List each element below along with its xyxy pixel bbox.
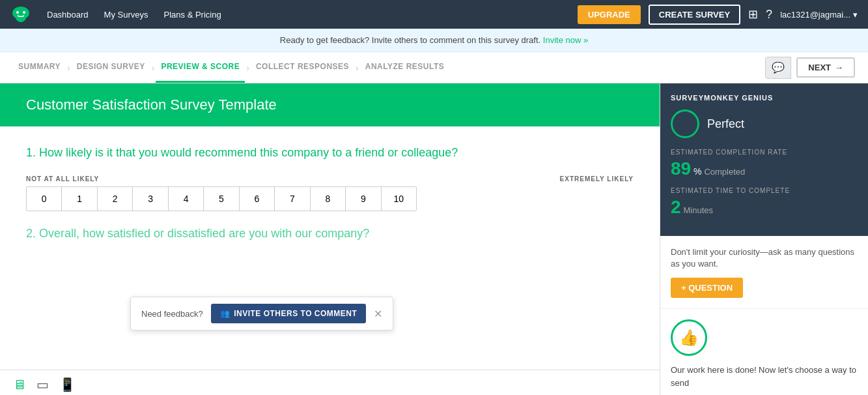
right-bottom-text: Our work here is done! Now let's choose … xyxy=(671,364,858,389)
minutes-text: Minutes xyxy=(683,205,713,215)
scale-cell-5[interactable]: 5 xyxy=(204,187,239,211)
scale-labels: NOT AT ALL LIKELY EXTREMELY LIKELY xyxy=(26,175,634,183)
question-2-label: 2. Overall, how satisfied or dissatisfie… xyxy=(26,227,634,241)
survey-title: Customer Satisfaction Survey Template xyxy=(26,96,634,113)
banner-ready-text: Ready to get feedback? xyxy=(280,35,369,45)
feedback-label: Need feedback? xyxy=(141,309,203,319)
main-layout: Customer Satisfaction Survey Template 1.… xyxy=(0,83,868,395)
score-circle xyxy=(671,110,699,138)
scale-cell-3[interactable]: 3 xyxy=(133,187,168,211)
device-bar: 🖥 ▭ 📱 xyxy=(0,370,660,395)
feedback-popup: Need feedback? 👥 INVITE OTHERS TO COMMEN… xyxy=(130,297,393,330)
scale-min-label: NOT AT ALL LIKELY xyxy=(26,175,99,183)
right-panel: SURVEYMONKEY GENIUS Perfect ESTIMATED CO… xyxy=(660,83,868,395)
user-menu[interactable]: lac1321@jagmai... ▾ xyxy=(780,10,858,20)
close-feedback-popup[interactable]: ✕ xyxy=(374,308,382,320)
genius-title: SURVEYMONKEY GENIUS xyxy=(671,94,858,102)
time-value: 2 Minutes xyxy=(671,197,858,218)
invite-button-label: INVITE OTHERS TO COMMENT xyxy=(234,309,357,318)
nav-my-surveys[interactable]: My Surveys xyxy=(104,10,148,20)
completion-rate-stat: ESTIMATED COMPLETION RATE 89 % Completed xyxy=(671,149,858,179)
svg-point-2 xyxy=(23,11,25,14)
scale-cell-10[interactable]: 10 xyxy=(382,187,416,211)
scale-cell-1[interactable]: 1 xyxy=(62,187,97,211)
comment-toggle-button[interactable]: 💬 xyxy=(765,57,791,79)
completion-rate-title: ESTIMATED COMPLETION RATE xyxy=(671,149,858,156)
scale-cell-8[interactable]: 8 xyxy=(311,187,346,211)
breadcrumb-collect-responses[interactable]: COLLECT RESPONSES xyxy=(251,52,354,83)
breadcrumb-design-survey[interactable]: DESIGN SURVEY xyxy=(72,52,150,83)
survey-content: 1. How likely is it that you would recom… xyxy=(0,126,660,370)
breadcrumb-nav: SUMMARY › DESIGN SURVEY › PREVIEW & SCOR… xyxy=(0,52,868,83)
breadcrumb-actions: 💬 NEXT → xyxy=(765,57,855,79)
top-navigation: Dashboard My Surveys Plans & Pricing UPG… xyxy=(0,0,868,29)
scale-max-label: EXTREMELY LIKELY xyxy=(560,175,634,183)
desktop-icon[interactable]: 🖥 xyxy=(13,377,26,392)
score-label: Perfect xyxy=(707,117,744,131)
right-bottom: 👍 Our work here is done! Now let's choos… xyxy=(660,309,868,395)
invite-icon: 👥 xyxy=(220,309,231,318)
time-stat: ESTIMATED TIME TO COMPLETE 2 Minutes xyxy=(671,187,858,218)
scale-cell-6[interactable]: 6 xyxy=(240,187,275,211)
breadcrumb-preview-score[interactable]: PREVIEW & SCORE xyxy=(156,52,245,83)
time-number: 2 xyxy=(671,197,681,217)
banner-invite-link[interactable]: Invite now » xyxy=(543,35,588,45)
survey-area: Customer Satisfaction Survey Template 1.… xyxy=(0,83,660,395)
tip-text: Don't limit your curiosity—ask as many q… xyxy=(671,246,858,270)
breadcrumb-arrow-3: › xyxy=(246,63,249,73)
invite-others-button[interactable]: 👥 INVITE OTHERS TO COMMENT xyxy=(211,304,367,323)
scale-cell-9[interactable]: 9 xyxy=(346,187,381,211)
scale-row: 012345678910 xyxy=(26,186,417,211)
banner-invite-text: Invite others to comment on this survey … xyxy=(372,35,540,45)
genius-panel: SURVEYMONKEY GENIUS Perfect ESTIMATED CO… xyxy=(660,83,868,236)
completion-rate-unit: % xyxy=(693,166,701,177)
completed-text: Completed xyxy=(704,167,745,177)
thumbs-up-icon: 👍 xyxy=(671,319,707,356)
survey-header: Customer Satisfaction Survey Template xyxy=(0,83,660,126)
breadcrumb-analyze-results[interactable]: ANALYZE RESULTS xyxy=(360,52,450,83)
tip-panel: Don't limit your curiosity—ask as many q… xyxy=(660,236,868,309)
nav-plans-pricing[interactable]: Plans & Pricing xyxy=(164,10,221,20)
scale-cell-2[interactable]: 2 xyxy=(98,187,133,211)
logo[interactable] xyxy=(10,4,31,25)
nav-actions: UPGRADE CREATE SURVEY ⊞ ? lac1321@jagmai… xyxy=(578,5,858,25)
scale-cell-7[interactable]: 7 xyxy=(275,187,310,211)
completion-rate-number: 89 xyxy=(671,158,691,179)
breadcrumb-summary[interactable]: SUMMARY xyxy=(13,52,66,83)
nav-dashboard[interactable]: Dashboard xyxy=(47,10,89,20)
breadcrumb-arrow-2: › xyxy=(152,63,155,73)
nav-links: Dashboard My Surveys Plans & Pricing xyxy=(47,10,562,20)
breadcrumb-arrow-1: › xyxy=(67,63,70,73)
tablet-icon[interactable]: ▭ xyxy=(36,377,49,392)
genius-score: Perfect xyxy=(671,110,858,138)
mobile-icon[interactable]: 📱 xyxy=(59,377,76,392)
svg-point-1 xyxy=(16,11,19,14)
question-1-label: 1. How likely is it that you would recom… xyxy=(26,146,634,160)
time-title: ESTIMATED TIME TO COMPLETE xyxy=(671,187,858,194)
help-icon[interactable]: ? xyxy=(766,8,772,22)
breadcrumb-arrow-4: › xyxy=(356,63,359,73)
invite-banner: Ready to get feedback? Invite others to … xyxy=(0,29,868,52)
add-question-button[interactable]: + QUESTION xyxy=(671,278,743,298)
upgrade-button[interactable]: UPGRADE xyxy=(578,5,641,24)
create-survey-button[interactable]: CREATE SURVEY xyxy=(649,5,740,25)
scale-cell-4[interactable]: 4 xyxy=(169,187,204,211)
apps-icon[interactable]: ⊞ xyxy=(748,7,758,22)
next-button[interactable]: NEXT → xyxy=(796,57,855,78)
scale-cell-0[interactable]: 0 xyxy=(27,187,62,211)
completion-rate-value: 89 % Completed xyxy=(671,158,858,179)
